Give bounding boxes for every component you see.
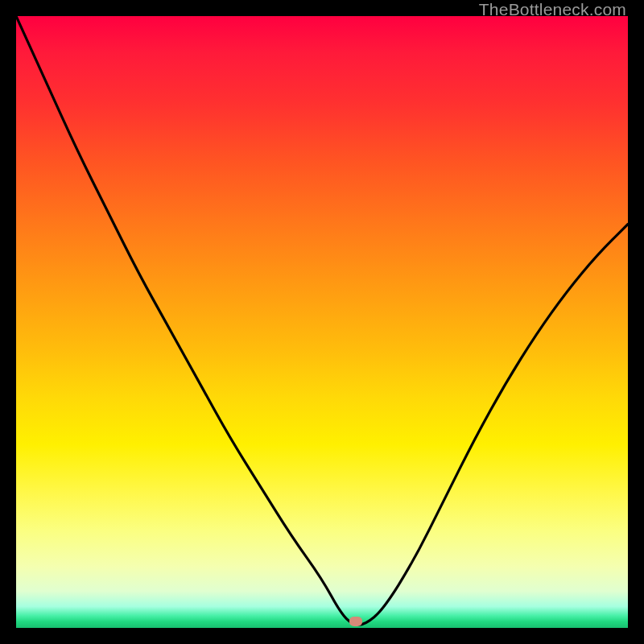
plot-area	[16, 16, 628, 628]
optimal-marker-icon	[349, 617, 362, 626]
bottleneck-curve	[16, 16, 628, 628]
chart-frame: TheBottleneck.com	[0, 0, 644, 644]
curve-path	[16, 16, 628, 625]
